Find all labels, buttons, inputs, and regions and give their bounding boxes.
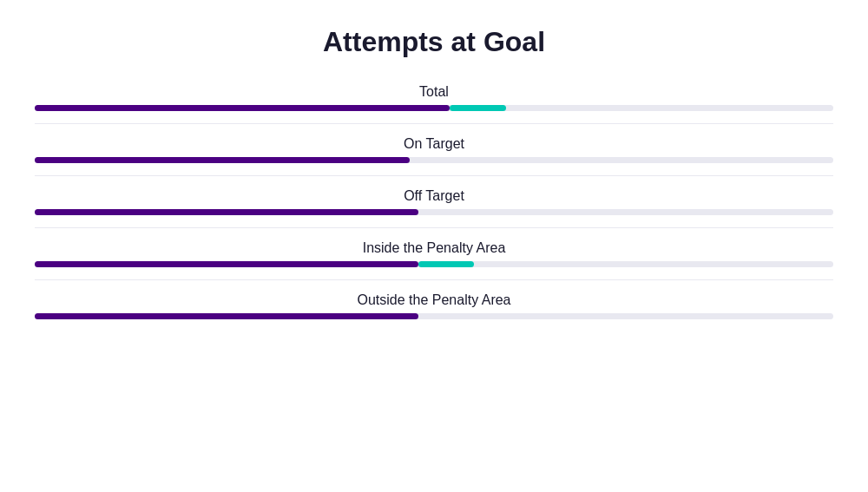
- label-on-target: On Target: [35, 136, 833, 152]
- bar-purple-total: [35, 105, 450, 111]
- bar-track-off-target: [35, 209, 833, 215]
- chart-row-total: Total: [35, 84, 833, 111]
- label-off-target: Off Target: [35, 188, 833, 204]
- label-inside-penalty: Inside the Penalty Area: [35, 240, 833, 256]
- bar-teal-inside-penalty: [418, 261, 474, 267]
- bar-track-on-target: [35, 157, 833, 163]
- label-outside-penalty: Outside the Penalty Area: [35, 292, 833, 308]
- divider-1: [35, 175, 833, 176]
- chart-container: TotalOn TargetOff TargetInside the Penal…: [35, 84, 833, 319]
- divider-0: [35, 123, 833, 124]
- chart-row-inside-penalty: Inside the Penalty Area: [35, 240, 833, 267]
- chart-row-outside-penalty: Outside the Penalty Area: [35, 292, 833, 319]
- bar-teal-total: [450, 105, 505, 111]
- bar-purple-on-target: [35, 157, 410, 163]
- page-title: Attempts at Goal: [323, 26, 545, 58]
- bar-track-total: [35, 105, 833, 111]
- label-total: Total: [35, 84, 833, 100]
- divider-3: [35, 279, 833, 280]
- bar-track-outside-penalty: [35, 313, 833, 319]
- bar-purple-inside-penalty: [35, 261, 418, 267]
- chart-row-off-target: Off Target: [35, 188, 833, 215]
- chart-row-on-target: On Target: [35, 136, 833, 163]
- bar-track-inside-penalty: [35, 261, 833, 267]
- bar-purple-outside-penalty: [35, 313, 418, 319]
- bar-purple-off-target: [35, 209, 418, 215]
- divider-2: [35, 227, 833, 228]
